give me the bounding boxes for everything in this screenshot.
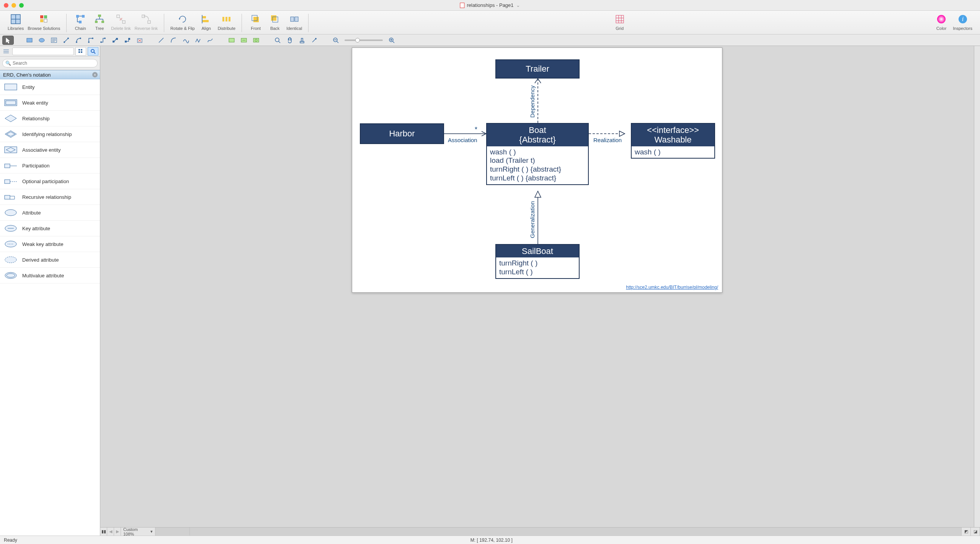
inspectors-button[interactable]: i Inspectors: [953, 12, 972, 31]
pager-corner-2[interactable]: ◪: [971, 528, 980, 536]
maximize-window-button[interactable]: [19, 3, 24, 8]
libraries-button[interactable]: Libraries: [8, 12, 24, 31]
svg-rect-67: [128, 38, 130, 40]
svg-rect-80: [301, 38, 303, 41]
lib-item-weak-key-attribute[interactable]: Weak key attribute: [0, 236, 100, 252]
color-label: Color: [936, 26, 946, 31]
svg-rect-6: [40, 19, 43, 22]
lib-item-optional-participation[interactable]: Optional participation: [0, 174, 100, 189]
zoom-out-button[interactable]: [330, 36, 341, 45]
uml-class-boat[interactable]: Boat {Abstract} wash ( ) load (Trailer t…: [486, 123, 589, 185]
lib-item-relationship[interactable]: Relationship: [0, 111, 100, 126]
hand-tool-button[interactable]: [284, 36, 296, 45]
diagram-page[interactable]: Trailer Harbor Boat {Abstract} wash ( ) …: [352, 48, 722, 293]
distribute-button[interactable]: Distribute: [218, 12, 235, 31]
tree-label: Tree: [95, 26, 104, 31]
horizontal-scrollbar[interactable]: [190, 528, 962, 536]
grid-button[interactable]: Grid: [612, 12, 627, 31]
align-label: Align: [201, 26, 211, 31]
spline-tool-button[interactable]: [180, 36, 191, 45]
lib-item-weak-entity[interactable]: Weak entity: [0, 95, 100, 111]
lib-item-recursive-relationship[interactable]: Recursive relationship: [0, 189, 100, 205]
connector-4-button[interactable]: [97, 36, 109, 45]
arc-tool-button[interactable]: [168, 36, 179, 45]
pager-slider[interactable]: [155, 528, 190, 536]
lib-item-derived-attribute[interactable]: Derived attribute: [0, 252, 100, 268]
svg-rect-37: [291, 17, 294, 21]
front-button[interactable]: Front: [248, 12, 263, 31]
minimize-window-button[interactable]: [11, 3, 16, 8]
search-input[interactable]: [2, 59, 98, 67]
svg-rect-13: [95, 21, 98, 23]
inspectors-icon: i: [957, 13, 969, 25]
chain-button[interactable]: Chain: [73, 12, 88, 31]
label-dependency: Dependency: [529, 85, 536, 118]
rotate-flip-button[interactable]: Rotate & Flip: [170, 12, 195, 31]
grid-icon: [614, 13, 626, 25]
uml-class-sailboat[interactable]: SailBoat turnRight ( ) turnLeft ( ): [495, 244, 580, 279]
lib-item-key-attribute[interactable]: Key attribute: [0, 221, 100, 236]
highlight-2-button[interactable]: [238, 36, 250, 45]
connector-1-button[interactable]: [60, 36, 72, 45]
uml-class-trailer[interactable]: Trailer: [495, 59, 580, 79]
pager-prev-button[interactable]: ◀: [107, 528, 114, 536]
sidebar-category-header[interactable]: ERD, Chen's notation ×: [0, 70, 100, 79]
lib-item-participation[interactable]: Participation: [0, 158, 100, 174]
lib-item-entity[interactable]: Entity: [0, 79, 100, 95]
status-ready: Ready: [4, 537, 17, 543]
stamp-tool-button[interactable]: [296, 36, 308, 45]
freehand-tool-button[interactable]: [204, 36, 216, 45]
rotate-flip-label: Rotate & Flip: [170, 26, 195, 31]
tree-button[interactable]: Tree: [92, 12, 107, 31]
sidebar-filter[interactable]: [12, 48, 74, 55]
rect-tool-button[interactable]: [24, 36, 35, 45]
ellipse-tool-button[interactable]: [36, 36, 47, 45]
window-controls: [4, 3, 24, 8]
pointer-tool-button[interactable]: [2, 36, 14, 45]
highlight-3-button[interactable]: [250, 36, 262, 45]
svg-rect-20: [122, 21, 125, 23]
zoom-slider[interactable]: [345, 39, 383, 41]
browse-solutions-button[interactable]: Browse Solutions: [28, 12, 60, 31]
chevron-down-icon[interactable]: ⌄: [516, 2, 520, 8]
identical-button[interactable]: Identical: [286, 12, 302, 31]
back-button[interactable]: Back: [267, 12, 283, 31]
lib-item-identifying-relationship[interactable]: Identifying relationship: [0, 126, 100, 142]
window-title-text: relationships - Page1: [467, 2, 513, 8]
align-button[interactable]: Align: [199, 12, 214, 31]
color-button[interactable]: Color: [934, 12, 949, 31]
text-tool-button[interactable]: [48, 36, 60, 45]
zoom-value[interactable]: Custom 108% ▾: [121, 528, 155, 536]
canvas-scroll[interactable]: Trailer Harbor Boat {Abstract} wash ( ) …: [100, 46, 974, 527]
svg-rect-39: [616, 15, 624, 23]
close-category-button[interactable]: ×: [92, 72, 98, 77]
connector-2-button[interactable]: [73, 36, 84, 45]
connector-6-button[interactable]: [122, 36, 133, 45]
highlight-1-button[interactable]: [226, 36, 237, 45]
connector-3-button[interactable]: [85, 36, 96, 45]
source-link[interactable]: http://sce2.umkc.edu/BIT/burrise/pl/mode…: [626, 285, 718, 290]
lib-item-associative-entity[interactable]: Associative entity: [0, 142, 100, 158]
polyline-tool-button[interactable]: [192, 36, 204, 45]
pager-next-button[interactable]: ▶: [114, 528, 121, 536]
zoom-slider-thumb[interactable]: [355, 38, 360, 43]
sidebar-search-toggle-button[interactable]: [88, 47, 98, 56]
connector-5-button[interactable]: [109, 36, 121, 45]
lib-item-attribute[interactable]: Attribute: [0, 205, 100, 221]
magnifier-tool-button[interactable]: [272, 36, 283, 45]
vertical-scrollbar[interactable]: [974, 46, 980, 527]
eyedropper-tool-button[interactable]: [309, 36, 320, 45]
pager-pause-button[interactable]: ▮▮: [100, 528, 107, 536]
pager-corner-1[interactable]: ◩: [962, 528, 971, 536]
uml-class-harbor[interactable]: Harbor: [360, 123, 444, 144]
connector-delete-button[interactable]: [134, 36, 145, 45]
lib-item-multivalue-attribute[interactable]: Multivalue attribute: [0, 268, 100, 283]
outline-toggle-button[interactable]: [2, 48, 11, 55]
align-icon: [200, 13, 212, 25]
sidebar-grid-view-button[interactable]: [75, 47, 86, 56]
line-tool-button[interactable]: [155, 36, 167, 45]
zoom-in-button[interactable]: [386, 36, 397, 45]
close-window-button[interactable]: [4, 3, 8, 8]
uml-interface-washable[interactable]: <<interface>> Washable wash ( ): [631, 123, 715, 159]
chain-icon: [74, 13, 87, 25]
